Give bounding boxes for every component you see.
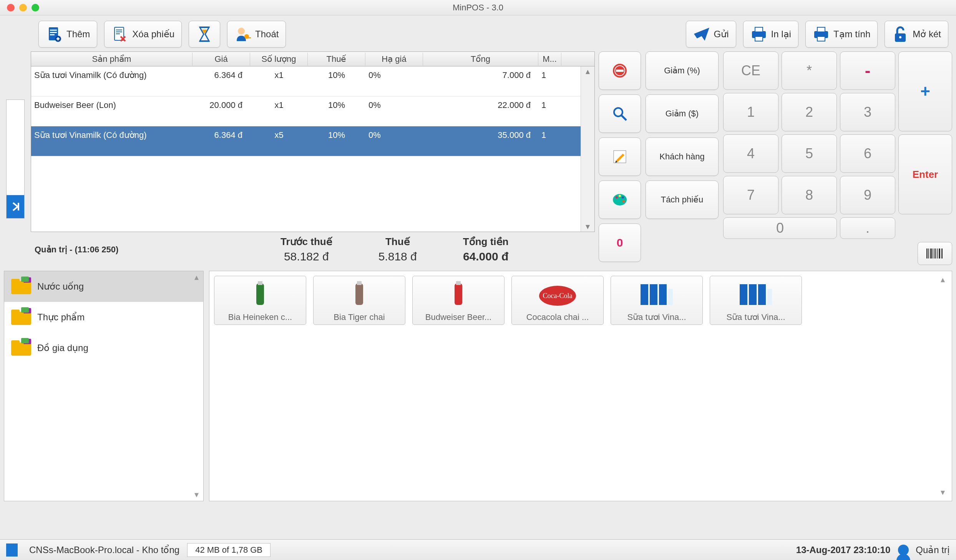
cell-qty: x5 [250, 129, 308, 142]
tax-value: 5.818 đ [378, 250, 417, 263]
product-card[interactable]: Budweiser Beer... [412, 276, 505, 325]
cat-scroll-up[interactable]: ▴ [188, 270, 205, 285]
opendrawer-button-label: Mở két [913, 29, 941, 40]
key-0[interactable]: 0 [723, 217, 837, 239]
key-1[interactable]: 1 [723, 93, 778, 131]
hourglass-button[interactable] [189, 21, 220, 48]
key-plus[interactable]: + [898, 51, 952, 131]
paper-plane-icon [693, 26, 710, 43]
product-card[interactable]: Sữa tươi Vina... [611, 276, 703, 325]
category-item[interactable]: Nước uống [4, 271, 203, 302]
delete-button[interactable]: Xóa phiếu [104, 21, 182, 48]
search-icon [612, 106, 628, 122]
barcode-button[interactable] [918, 242, 952, 265]
svg-rect-55 [659, 284, 667, 305]
key-8[interactable]: 8 [782, 176, 837, 214]
preprint-button[interactable]: Tạm tính [805, 21, 878, 48]
product-name: Bia Heineken c... [217, 312, 304, 322]
grand-value: 64.000 đ [463, 250, 509, 263]
table-row[interactable]: Sữa tươi Vinamilk (Có đường)6.364 đx510%… [31, 126, 594, 156]
toolbar: Thêm Xóa phiếu Thoát Gửi In lại Tạm t [0, 15, 956, 51]
discount-amount-button[interactable]: Giảm ($) [646, 94, 719, 133]
opendrawer-button[interactable]: Mở két [885, 21, 948, 48]
key-enter[interactable]: Enter [898, 134, 952, 214]
status-user[interactable]: Quản trị [898, 545, 950, 555]
customer-button[interactable]: Khách hàng [646, 138, 719, 176]
key-dot[interactable]: . [840, 217, 895, 239]
delete-button-label: Xóa phiếu [132, 29, 174, 40]
cell-tax: 10% [308, 99, 365, 112]
window-title: MinPOS - 3.0 [0, 3, 956, 13]
key-7[interactable]: 7 [723, 176, 778, 214]
add-button[interactable]: Thêm [38, 21, 97, 48]
key-ce[interactable]: CE [723, 51, 778, 90]
product-card[interactable]: Coca-ColaCocacola chai ... [511, 276, 604, 325]
table-scrollbar[interactable]: ▴ ▾ [581, 66, 594, 232]
send-button[interactable]: Gửi [686, 21, 736, 48]
category-item[interactable]: Thực phẩm [4, 302, 203, 333]
table-row[interactable]: Sữa tươi Vinamilk (Có đường)6.364 đx110%… [31, 66, 594, 96]
product-card[interactable]: Bia Tiger chai [313, 276, 405, 325]
discount-percent-button[interactable]: Giảm (%) [646, 51, 719, 90]
color-button[interactable] [599, 181, 641, 219]
svg-rect-10 [116, 33, 120, 34]
reprint-button[interactable]: In lại [743, 21, 798, 48]
svg-rect-54 [650, 284, 657, 305]
key-3[interactable]: 3 [840, 93, 895, 131]
svg-rect-44 [941, 249, 943, 258]
host-icon [6, 543, 18, 557]
cell-m: 1 [538, 129, 561, 142]
product-name: Cocacola chai ... [514, 312, 601, 322]
key-6[interactable]: 6 [840, 134, 895, 173]
key-4[interactable]: 4 [723, 134, 778, 173]
svg-rect-60 [767, 289, 772, 305]
product-thumb [611, 276, 702, 312]
svg-rect-38 [928, 249, 929, 258]
key-2[interactable]: 2 [782, 93, 837, 131]
expand-tab[interactable] [7, 195, 24, 218]
remove-line-button[interactable] [599, 51, 641, 90]
th-tax[interactable]: Thuế [308, 53, 365, 66]
category-label: Đồ gia dụng [37, 343, 88, 353]
key-star[interactable]: * [782, 51, 837, 90]
cell-price: 20.000 đ [193, 99, 250, 112]
search-button[interactable] [599, 94, 641, 133]
th-product[interactable]: Sản phẩm [31, 53, 193, 66]
cell-total: 22.000 đ [423, 99, 538, 112]
key-minus[interactable]: - [840, 51, 895, 90]
th-m[interactable]: M... [538, 53, 561, 66]
split-button[interactable]: Tách phiếu [646, 181, 719, 219]
folder-icon [11, 279, 31, 294]
left-toggle [4, 51, 27, 267]
th-qty[interactable]: Số lượng [250, 53, 308, 66]
th-total[interactable]: Tổng [423, 53, 538, 66]
svg-rect-11 [199, 27, 209, 28]
cell-m: 1 [538, 69, 561, 82]
pretax-label: Trước thuế [280, 236, 332, 248]
category-label: Nước uống [37, 281, 84, 292]
cell-price: 6.364 đ [193, 69, 250, 82]
tax-label: Thuế [378, 236, 417, 248]
zero-button[interactable]: 0 [599, 224, 641, 262]
prod-scroll-down[interactable]: ▾ [934, 485, 951, 500]
key-5[interactable]: 5 [782, 134, 837, 173]
svg-rect-17 [755, 27, 763, 32]
prod-scroll-up[interactable]: ▴ [934, 272, 951, 287]
left-toggle-box[interactable] [6, 99, 25, 219]
cell-m: 1 [538, 99, 561, 112]
product-name: Sữa tươi Vina... [712, 312, 799, 322]
product-thumb [413, 276, 504, 312]
logout-button[interactable]: Thoát [227, 21, 286, 48]
product-card[interactable]: Bia Heineken c... [214, 276, 306, 325]
cat-scroll-down[interactable]: ▾ [188, 487, 205, 502]
pretax-value: 58.182 đ [280, 250, 332, 263]
key-9[interactable]: 9 [840, 176, 895, 214]
table-row[interactable]: Budweiser Beer (Lon)20.000 đx110%0%22.00… [31, 96, 594, 126]
product-card[interactable]: Sữa tươi Vina... [710, 276, 802, 325]
svg-rect-20 [817, 27, 825, 32]
th-discount[interactable]: Hạ giá [365, 53, 423, 66]
grand-label: Tổng tiền [463, 236, 509, 248]
edit-button[interactable] [599, 138, 641, 176]
th-price[interactable]: Giá [193, 53, 250, 66]
category-item[interactable]: Đồ gia dụng [4, 333, 203, 363]
